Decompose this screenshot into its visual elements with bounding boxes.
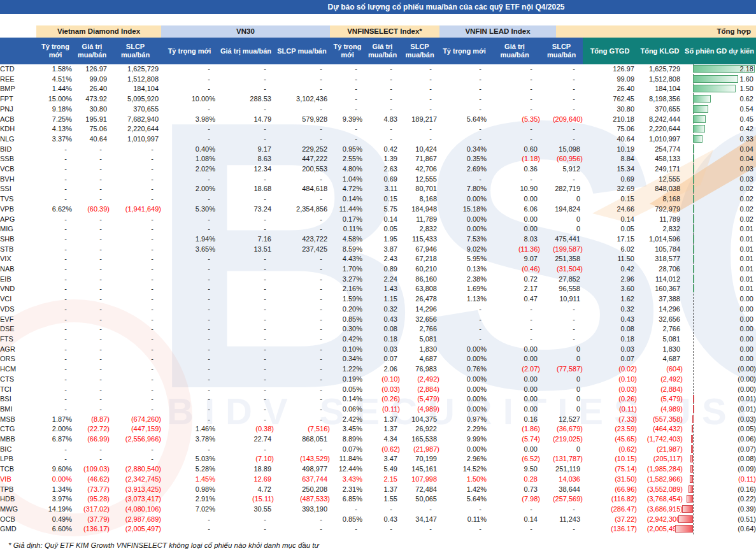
value-cell: - bbox=[36, 215, 75, 225]
value-cell: - bbox=[489, 175, 540, 185]
value-cell: - bbox=[36, 184, 75, 194]
value-cell: - bbox=[218, 215, 274, 225]
value-cell: 0.08 bbox=[583, 324, 637, 334]
value-cell: 0.00% bbox=[439, 354, 489, 364]
value-cell: 2,832 bbox=[400, 224, 439, 234]
value-cell: 762.45 bbox=[583, 94, 637, 104]
value-cell: (0.62) bbox=[583, 445, 637, 455]
value-cell: - bbox=[36, 304, 75, 315]
value-cell: - bbox=[218, 394, 274, 404]
value-cell: - bbox=[218, 334, 274, 345]
value-cell: (0.01) bbox=[683, 404, 756, 415]
value-cell: 254,774 bbox=[637, 145, 683, 155]
value-cell: 12,555 bbox=[637, 175, 683, 185]
value-cell: (0.06) bbox=[683, 434, 756, 445]
value-cell: - bbox=[274, 175, 330, 185]
value-cell: 1.22% bbox=[330, 364, 365, 375]
table-row-bic: BIC------0.07%(0.62)(21,987)0.00%0.000(0… bbox=[0, 445, 756, 455]
value-cell: - bbox=[218, 194, 274, 204]
value-cell: 1.70% bbox=[330, 264, 365, 275]
title-bar: Dự báo số lượng cổ phiếu mua/bán của các… bbox=[0, 0, 756, 14]
value-cell: 9.02% bbox=[439, 245, 489, 255]
ticker-cell: DSE bbox=[0, 324, 36, 334]
col-header-lead-ty-trong: Tỷ trọng mới bbox=[439, 38, 489, 64]
value-cell: (0.00) bbox=[683, 385, 756, 395]
value-cell: 868,051 bbox=[274, 434, 330, 445]
value-cell: - bbox=[110, 364, 161, 375]
ticker-cell: HCM bbox=[0, 364, 36, 375]
value-cell: - bbox=[36, 394, 75, 404]
value-cell: 15.18% bbox=[439, 204, 489, 215]
value-cell: 3.78% bbox=[161, 434, 218, 445]
value-cell: 1.69% bbox=[439, 284, 489, 294]
databar-negative bbox=[690, 475, 693, 483]
value-cell: 0.00 bbox=[489, 404, 540, 415]
table-row-vib: VIB0.00%(46.62)(2,342,745)1.45%12.69637,… bbox=[0, 475, 756, 485]
value-cell: 30.80 bbox=[75, 104, 110, 115]
value-cell: 75.06 bbox=[583, 124, 637, 134]
value-cell: (60.39) bbox=[75, 204, 110, 215]
value-cell: 2.17 bbox=[489, 284, 540, 294]
value-cell: 14.19% bbox=[36, 504, 75, 515]
ticker-cell: SSB bbox=[0, 154, 36, 164]
value-cell: 1,512,808 bbox=[637, 75, 683, 85]
value-cell: 2,354,856 bbox=[274, 204, 330, 215]
value-cell: - bbox=[540, 134, 583, 145]
value-cell: 5.75 bbox=[365, 204, 400, 215]
ticker-cell: MSB bbox=[0, 415, 36, 425]
ticker-cell: BID bbox=[0, 145, 36, 155]
value-cell: 0.28 bbox=[489, 475, 540, 485]
value-cell: 0.69 bbox=[583, 175, 637, 185]
value-cell: 0.13% bbox=[439, 264, 489, 275]
value-cell: 12,555 bbox=[400, 175, 439, 185]
value-cell: 40.64 bbox=[583, 134, 637, 145]
value-cell: (4,989) bbox=[400, 404, 439, 415]
value-cell: 3.27% bbox=[330, 275, 365, 285]
value-cell: - bbox=[400, 94, 439, 104]
value-cell: 1.37 bbox=[365, 415, 400, 425]
value-cell: 32,656 bbox=[400, 315, 439, 325]
value-cell: - bbox=[75, 164, 110, 175]
value-cell: - bbox=[218, 224, 274, 234]
value-cell: (1,941,649) bbox=[110, 204, 161, 215]
value-cell: - bbox=[161, 175, 218, 185]
table-row-cts: CTS------0.19%(0.10)(2,492)0.00%0.000(0.… bbox=[0, 375, 756, 385]
value-cell: 0.00 bbox=[683, 304, 756, 315]
value-cell: - bbox=[75, 324, 110, 334]
value-cell: (7.33) bbox=[583, 415, 637, 425]
value-cell: - bbox=[439, 124, 489, 134]
value-cell: 18.68 bbox=[218, 184, 274, 194]
value-cell: 1.59% bbox=[330, 294, 365, 304]
value-cell: 0.11% bbox=[439, 515, 489, 525]
value-cell: 80,701 bbox=[400, 184, 439, 194]
value-cell: - bbox=[439, 334, 489, 345]
table-row-vcb: VCB---2.02%12.34200,5534.80%2.6342,7062.… bbox=[0, 164, 756, 175]
value-cell: - bbox=[540, 175, 583, 185]
value-cell: 0.42 bbox=[583, 264, 637, 275]
value-cell: 60,210 bbox=[400, 264, 439, 275]
ticker-cell: BMI bbox=[0, 404, 36, 415]
value-cell: 0.95% bbox=[330, 145, 365, 155]
value-cell: 0.05 bbox=[365, 224, 400, 234]
value-cell: 0.00% bbox=[36, 475, 75, 485]
value-cell: (2,942,300) bbox=[637, 515, 683, 525]
value-cell: 0 bbox=[540, 215, 583, 225]
value-cell: 2,832 bbox=[637, 224, 683, 234]
value-cell: - bbox=[36, 345, 75, 355]
value-cell: - bbox=[274, 375, 330, 385]
value-cell: 288.53 bbox=[218, 94, 274, 104]
value-cell: 3.37% bbox=[36, 134, 75, 145]
value-cell: (77,587) bbox=[540, 364, 583, 375]
value-cell: - bbox=[274, 324, 330, 334]
value-cell: 0.00 bbox=[683, 315, 756, 325]
value-cell: 12,527 bbox=[540, 415, 583, 425]
value-cell: - bbox=[274, 404, 330, 415]
value-cell: 2.96 bbox=[583, 275, 637, 285]
value-cell: 4.58% bbox=[330, 234, 365, 245]
value-cell: - bbox=[330, 104, 365, 115]
value-cell: 0.03 bbox=[583, 345, 637, 355]
ticker-cell: CTG bbox=[0, 424, 36, 434]
value-cell: 3.65% bbox=[161, 245, 218, 255]
databar-positive bbox=[693, 225, 694, 232]
col-header-vn30-ty-trong: Tỷ trọng mới bbox=[161, 38, 218, 64]
